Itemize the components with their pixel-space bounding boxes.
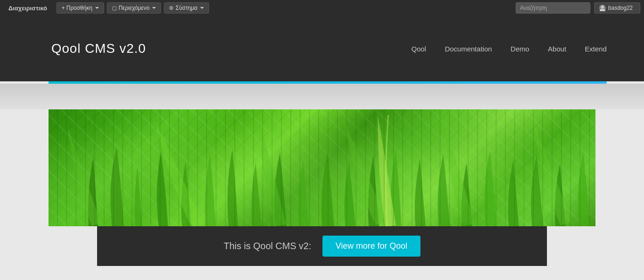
- nav-item-documentation[interactable]: Documentation: [445, 45, 492, 53]
- cta-text: This is Qool CMS v2:: [224, 241, 311, 251]
- user-menu-button[interactable]: basdog22: [594, 2, 640, 14]
- site-logo: Qool CMS v2.0: [51, 41, 146, 56]
- system-icon: ⚙: [169, 5, 174, 11]
- system-button[interactable]: ⚙ Σύστημα: [164, 2, 209, 14]
- admin-bar-right: basdog22: [516, 2, 640, 14]
- admin-brand-label: Διαχειριστικό: [4, 5, 52, 12]
- cta-bar: This is Qool CMS v2: View more for Qool: [97, 226, 547, 266]
- nav-item-about[interactable]: About: [548, 45, 566, 53]
- user-icon: [599, 5, 606, 11]
- admin-bar: Διαχειριστικό + Προσθήκη ▢ Περιεχόμενο ⚙…: [0, 0, 644, 16]
- cta-button[interactable]: View more for Qool: [322, 236, 420, 257]
- grass-overlay: [49, 109, 595, 226]
- bottom-area: [97, 266, 547, 280]
- svg-point-0: [601, 6, 604, 8]
- site-header: Qool CMS v2.0 Qool Documentation Demo Ab…: [0, 16, 644, 81]
- add-caret-icon: [95, 7, 99, 9]
- separator-area: [0, 84, 644, 109]
- content-label: Περιεχόμενο: [119, 5, 149, 11]
- system-label: Σύστημα: [175, 5, 197, 11]
- site-nav: Qool Documentation Demo About Extend: [411, 45, 644, 53]
- content-caret-icon: [152, 7, 156, 9]
- search-input[interactable]: [516, 2, 590, 14]
- add-button[interactable]: + Προσθήκη: [56, 2, 104, 14]
- nav-item-qool[interactable]: Qool: [411, 45, 426, 53]
- nav-item-demo[interactable]: Demo: [511, 45, 529, 53]
- content-icon: ▢: [112, 5, 117, 11]
- nav-item-extend[interactable]: Extend: [585, 45, 607, 53]
- content-button[interactable]: ▢ Περιεχόμενο: [107, 2, 161, 14]
- system-caret-icon: [200, 7, 204, 9]
- hero-image: [49, 109, 595, 226]
- username-label: basdog22: [608, 5, 633, 11]
- add-label: + Προσθήκη: [62, 5, 92, 11]
- hero-section: This is Qool CMS v2: View more for Qool: [49, 109, 595, 280]
- hero-grass-svg: [49, 109, 595, 226]
